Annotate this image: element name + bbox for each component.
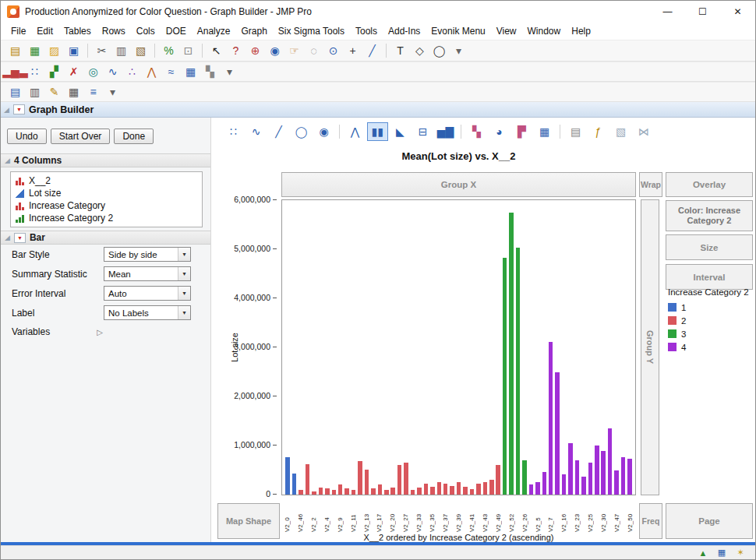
bar[interactable] — [325, 488, 330, 495]
bar[interactable] — [292, 474, 297, 495]
bar[interactable] — [522, 460, 527, 495]
bar[interactable] — [529, 484, 534, 495]
magnifier-tool-icon[interactable]: ⊙ — [324, 42, 342, 59]
bar[interactable] — [588, 463, 593, 495]
box-plot-icon[interactable]: ⊟ — [412, 122, 433, 141]
bar[interactable] — [457, 482, 461, 495]
overlay-plot-icon[interactable]: ⋀ — [143, 63, 161, 80]
bar[interactable] — [358, 461, 362, 495]
profiler-icon[interactable]: ▚ — [201, 63, 219, 80]
column-item-increase-category[interactable]: Increase Category — [15, 199, 198, 212]
wrap-dropzone[interactable]: Wrap — [639, 172, 662, 197]
formula-icon[interactable]: ƒ — [588, 122, 609, 141]
menu-item-evonik-menu[interactable]: Evonik Menu — [426, 23, 490, 39]
disclosure-icon[interactable]: ◢ — [5, 157, 10, 164]
bar[interactable] — [397, 465, 402, 495]
histogram-icon[interactable]: ▅▇ — [435, 122, 456, 141]
mosaic-icon[interactable]: ▚ — [466, 122, 487, 141]
bar[interactable] — [437, 482, 442, 495]
tabulate-icon[interactable]: ▦ — [182, 63, 200, 80]
ellipse-icon[interactable]: ◯ — [291, 122, 312, 141]
bar[interactable] — [411, 490, 415, 495]
toolbar-dropdown-icon[interactable]: ▾ — [104, 83, 122, 100]
smoother-icon[interactable]: ∿ — [246, 122, 267, 141]
legend-item-1[interactable]: 1 — [668, 301, 749, 314]
two-sample-icon[interactable]: ▞ — [45, 63, 63, 80]
bar[interactable] — [312, 491, 316, 495]
menu-item-rows[interactable]: Rows — [97, 23, 131, 39]
bar[interactable] — [404, 463, 408, 495]
summary-statistic-dropdown[interactable]: Mean▾ — [104, 266, 191, 281]
bar[interactable] — [608, 428, 613, 495]
bar[interactable] — [430, 487, 435, 495]
brush-tool-icon[interactable]: ◉ — [266, 42, 284, 59]
color-dropzone[interactable]: Color: Increase Category 2 — [666, 200, 753, 231]
bar-panel-header[interactable]: ◢ ▼ Bar — [1, 231, 210, 245]
polygon-tool-icon[interactable]: ◇ — [411, 42, 429, 59]
menu-item-tools[interactable]: Tools — [350, 23, 383, 39]
bar[interactable] — [338, 484, 343, 495]
menu-item-six-sigma-tools[interactable]: Six Sigma Tools — [273, 23, 350, 39]
ellipse-fit-icon[interactable]: ◎ — [84, 63, 102, 80]
bar[interactable] — [621, 457, 626, 495]
undo-button[interactable]: Undo — [7, 129, 47, 144]
map-shape-type-icon[interactable]: ▧ — [610, 122, 631, 141]
columns-panel-header[interactable]: ◢ 4 Columns — [1, 153, 210, 167]
paste-icon[interactable]: ▧ — [132, 42, 150, 59]
variables-expand-icon[interactable]: ▷ — [97, 328, 103, 336]
treemap-icon[interactable]: ▛ — [511, 122, 532, 141]
script-window-icon[interactable]: ≡ — [84, 83, 102, 100]
menu-item-add-ins[interactable]: Add-Ins — [383, 23, 426, 39]
scroll-top-icon[interactable]: ▲ — [696, 548, 710, 558]
bar[interactable] — [463, 487, 468, 495]
menu-item-edit[interactable]: Edit — [31, 23, 58, 39]
bar[interactable] — [450, 486, 454, 495]
bar[interactable] — [332, 490, 337, 495]
disclosure-icon[interactable]: ◢ — [4, 106, 9, 114]
bar[interactable] — [470, 489, 475, 495]
grabber-tool-icon[interactable]: ☞ — [285, 42, 303, 59]
parallel-plot-icon[interactable]: ⋈ — [633, 122, 654, 141]
disclosure-icon[interactable]: ◢ — [5, 234, 10, 241]
exclude-icon[interactable]: ✗ — [65, 63, 83, 80]
legend-item-2[interactable]: 2 — [668, 314, 749, 327]
bar[interactable] — [417, 488, 422, 495]
overlay-dropzone[interactable]: Overlay — [666, 172, 753, 197]
menu-item-tables[interactable]: Tables — [58, 23, 97, 39]
lasso-tool-icon[interactable]: ◌ — [305, 42, 323, 59]
menu-item-cols[interactable]: Cols — [131, 23, 161, 39]
maximize-button[interactable]: ☐ — [685, 1, 720, 23]
menu-item-window[interactable]: Window — [522, 23, 567, 39]
contour-icon[interactable]: ◉ — [313, 122, 334, 141]
size-dropzone[interactable]: Size — [666, 234, 753, 260]
bar[interactable] — [378, 484, 383, 495]
interval-dropzone[interactable]: Interval — [666, 264, 753, 290]
cut-icon[interactable]: ✂ — [93, 42, 111, 59]
control-chart-icon[interactable]: ∿ — [104, 63, 122, 80]
heatmap-icon[interactable]: ▦ — [534, 122, 555, 141]
percent-icon[interactable]: % — [160, 42, 178, 59]
bar[interactable] — [601, 451, 606, 495]
bar[interactable] — [555, 372, 560, 495]
bar[interactable] — [503, 258, 507, 495]
bar[interactable] — [483, 482, 488, 495]
page-dropzone[interactable]: Page — [666, 503, 753, 539]
pie-icon[interactable]: ◕ — [489, 122, 510, 141]
help-tool-icon[interactable]: ? — [227, 42, 245, 59]
fit-y-by-x-icon[interactable]: ∷ — [26, 63, 44, 80]
variability-chart-icon[interactable]: ≈ — [162, 63, 180, 80]
new-journal-icon[interactable]: ▤ — [6, 42, 24, 59]
key-icon[interactable]: ✶ — [733, 548, 747, 558]
map-shape-dropzone[interactable]: Map Shape — [217, 503, 280, 539]
menu-item-file[interactable]: File — [5, 23, 31, 39]
bar[interactable] — [299, 490, 303, 495]
bar[interactable] — [352, 490, 356, 495]
bar[interactable] — [542, 472, 547, 495]
menu-item-analyze[interactable]: Analyze — [192, 23, 236, 39]
bar[interactable] — [285, 457, 290, 495]
crosshair-tool-icon[interactable]: ⊕ — [246, 42, 264, 59]
bar[interactable] — [595, 446, 599, 495]
column-item-lot-size[interactable]: Lot size — [15, 187, 198, 199]
column-item-increase-category-2[interactable]: Increase Category 2 — [15, 212, 198, 224]
toolbar-dropdown-icon[interactable]: ▾ — [221, 63, 238, 80]
